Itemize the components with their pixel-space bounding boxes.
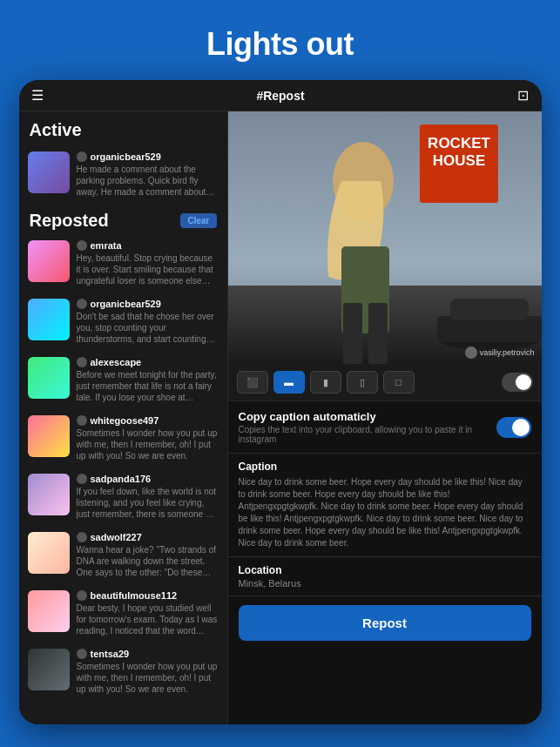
username: organicbear529	[77, 299, 219, 309]
list-item-text: beautifulmouse112 Dear besty, I hope you…	[77, 590, 219, 636]
item-description: Sometimes I wonder how you put up with m…	[77, 661, 219, 695]
copy-caption-toggle[interactable]	[496, 417, 531, 438]
location-title: Location	[239, 564, 531, 576]
list-item-text: sadwolf227 Wanna hear a joke? "Two stran…	[77, 532, 219, 578]
list-item-text: tentsa29 Sometimes I wonder how you put …	[77, 649, 219, 695]
list-item-text: organicbear529 He made a comment about t…	[77, 151, 219, 198]
username: alexescape	[77, 357, 219, 367]
copy-caption-label: Copy caption automaticly	[239, 410, 496, 423]
copy-caption-row: Copy caption automaticly Copies the text…	[228, 401, 542, 454]
username: whitegoose497	[77, 415, 219, 426]
sidebar: Active organicbear529 He made a comment …	[19, 111, 228, 724]
user-icon	[77, 474, 87, 484]
list-item[interactable]: emrata Hey, beautiful. Stop crying becau…	[19, 234, 227, 293]
list-item[interactable]: alexescape Before we meet tonight for th…	[19, 351, 227, 409]
toolbar-btn-phone[interactable]: ▮	[310, 371, 341, 394]
caption-text: Nice day to drink some beer. Hope every …	[239, 476, 531, 549]
item-description: Don't be sad that he chose her over you,…	[77, 311, 219, 345]
list-item[interactable]: beautifulmouse112 Dear besty, I hope you…	[19, 584, 227, 643]
user-icon	[77, 649, 87, 659]
svg-text:HOUSE: HOUSE	[432, 152, 484, 169]
toolbar-btn-phone2[interactable]: ▯	[347, 371, 378, 394]
toolbar-btn-square[interactable]: □	[383, 371, 415, 394]
user-icon	[77, 532, 87, 542]
location-section: Location Minsk, Belarus	[228, 557, 542, 596]
user-icon	[77, 357, 87, 367]
caption-title: Caption	[239, 461, 531, 473]
list-item[interactable]: whitegoose497 Sometimes I wonder how you…	[19, 409, 227, 468]
item-description: Sometimes I wonder how you put up with m…	[77, 427, 219, 461]
reposted-section-header: Reposted Clear	[19, 204, 227, 234]
avatar	[28, 357, 70, 399]
list-item-text: whitegoose497 Sometimes I wonder how you…	[77, 415, 219, 461]
right-panel: ROCKET HOUSE	[228, 111, 542, 724]
item-description: Wanna hear a joke? "Two strands of DNA a…	[77, 544, 219, 578]
toolbar-btn-monitor[interactable]: ⬛	[237, 371, 268, 394]
device-frame: ☰ #Repost ⊡ Active organicbear529 He mad…	[19, 80, 542, 724]
location-value: Minsk, Belarus	[239, 578, 531, 589]
phone2-icon: ▯	[360, 377, 365, 388]
settings-icon[interactable]: ⊡	[517, 87, 529, 104]
list-item[interactable]: organicbear529 Don't be sad that he chos…	[19, 293, 227, 351]
settings-area: Copy caption automaticly Copies the text…	[228, 401, 542, 724]
toolbar-btn-tablet[interactable]: ▬	[273, 371, 305, 394]
attribution-avatar	[465, 347, 477, 359]
username: organicbear529	[77, 151, 219, 162]
phone-icon: ▮	[323, 377, 328, 388]
avatar	[28, 474, 70, 515]
copy-caption-info: Copy caption automaticly Copies the text…	[239, 410, 496, 444]
avatar	[28, 299, 70, 340]
svg-text:ROCKET: ROCKET	[428, 135, 490, 151]
avatar	[28, 532, 70, 574]
avatar	[28, 649, 70, 690]
list-item[interactable]: organicbear529 He made a comment about t…	[19, 145, 227, 204]
topbar-title: #Repost	[256, 89, 304, 103]
avatar	[28, 590, 70, 632]
reposted-section-label: Reposted	[30, 211, 109, 231]
toggle-on-knob	[512, 419, 530, 436]
toolbar-row: ⬛ ▬ ▮ ▯ □	[228, 364, 542, 401]
user-icon	[77, 299, 87, 309]
toggle-knob	[516, 374, 531, 390]
list-item[interactable]: sadpanda176 If you feel down, like the w…	[19, 468, 227, 526]
username: tentsa29	[77, 649, 219, 659]
item-description: He made a comment about the parking prob…	[77, 164, 219, 198]
photo-attribution: vasiliy.petrovich	[465, 347, 535, 359]
monitor-icon: ⬛	[246, 377, 259, 388]
username: sadpanda176	[77, 474, 219, 484]
avatar	[28, 151, 70, 193]
list-item-text: sadpanda176 If you feel down, like the w…	[77, 474, 219, 520]
list-item-text: emrata Hey, beautiful. Stop crying becau…	[77, 240, 219, 286]
photo-placeholder: ROCKET HOUSE	[228, 111, 542, 364]
username: sadwolf227	[77, 532, 219, 542]
list-item-text: organicbear529 Don't be sad that he chos…	[77, 299, 219, 345]
svg-rect-11	[368, 303, 388, 364]
user-icon	[77, 240, 87, 251]
svg-rect-10	[343, 303, 362, 364]
photo-area: ROCKET HOUSE	[228, 111, 542, 364]
user-icon	[77, 590, 87, 601]
clear-button[interactable]: Clear	[180, 213, 216, 228]
copy-caption-desc: Copies the text into your clipboard, all…	[239, 425, 496, 444]
menu-icon[interactable]: ☰	[31, 87, 44, 104]
active-section-label: Active	[19, 111, 227, 145]
square-icon: □	[395, 377, 401, 387]
username: emrata	[77, 240, 219, 251]
header: Lights out	[0, 0, 560, 80]
list-item[interactable]: tentsa29 Sometimes I wonder how you put …	[19, 643, 227, 701]
username: beautifulmouse112	[77, 590, 219, 601]
svg-rect-7	[450, 299, 529, 320]
caption-section: Caption Nice day to drink some beer. Hop…	[228, 454, 542, 557]
user-icon	[77, 151, 87, 162]
repost-button[interactable]: Repost	[239, 605, 531, 641]
list-item-text: alexescape Before we meet tonight for th…	[77, 357, 219, 403]
user-icon	[77, 415, 87, 426]
tablet-icon: ▬	[284, 377, 293, 387]
item-description: Dear besty, I hope you studied well for …	[77, 602, 219, 636]
page-title: Lights out	[17, 26, 543, 63]
avatar	[28, 415, 70, 457]
dark-mode-toggle[interactable]	[502, 373, 533, 392]
item-description: If you feel down, like the world is not …	[77, 486, 219, 520]
list-item[interactable]: sadwolf227 Wanna hear a joke? "Two stran…	[19, 526, 227, 584]
item-description: Before we meet tonight for the party, ju…	[77, 369, 219, 403]
